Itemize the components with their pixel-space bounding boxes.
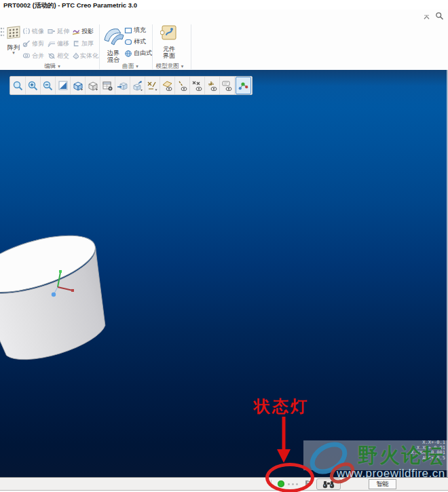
shaded-view-icon: [72, 80, 83, 92]
graphics-area[interactable]: X.X+-0.1 X.XX+-0.01 X.XXX+-0.001 ANG+-0.…: [0, 70, 448, 477]
solidify-icon: [72, 52, 79, 60]
graphics-toolbar: [10, 76, 253, 95]
shaded-view-button[interactable]: [71, 77, 86, 94]
boundary-blend-icon: [102, 24, 125, 48]
datum-display-filters-button[interactable]: [145, 77, 160, 94]
mirror-icon: [22, 27, 31, 35]
dropdown-arrow-icon: ▾: [136, 64, 138, 69]
merge-button[interactable]: 合并: [22, 50, 48, 62]
component-interface-button[interactable]: 元件界面: [159, 24, 179, 59]
merge-icon: [22, 52, 31, 60]
spin-center-button[interactable]: [236, 77, 251, 94]
point-display-button[interactable]: [190, 77, 205, 94]
project-icon: [72, 27, 80, 35]
annotation-display-icon: [221, 80, 233, 92]
offset-icon: [48, 39, 56, 48]
group-separator: [191, 24, 191, 69]
axis-display-icon: [176, 80, 188, 92]
repaint-button[interactable]: [56, 77, 71, 94]
point-display-icon: [191, 80, 203, 92]
trim-button[interactable]: 修剪: [22, 37, 48, 50]
thicken-icon: [72, 39, 80, 48]
spin-center-marker: [48, 269, 79, 300]
zoom-out-icon: [42, 80, 54, 92]
axis-display-button[interactable]: [175, 77, 190, 94]
zoom-out-button[interactable]: [41, 77, 56, 94]
plane-display-button[interactable]: [160, 77, 175, 94]
search-icon[interactable]: [435, 11, 444, 23]
pattern-button[interactable]: 阵列 ▾: [5, 24, 22, 55]
style-button[interactable]: 样式: [124, 37, 152, 46]
pattern-icon: [6, 24, 21, 43]
zoom-region-icon: [12, 80, 24, 92]
dropdown-arrow-icon: ▾: [181, 64, 184, 69]
view-manager-button[interactable]: [100, 77, 115, 94]
datum-display-filters-icon: [147, 80, 158, 92]
red-arrow-icon: [273, 415, 295, 464]
display-style-button[interactable]: [86, 77, 100, 94]
red-ellipse-highlight: [265, 463, 314, 492]
repaint-icon: [58, 80, 69, 91]
thicken-button[interactable]: 加厚: [72, 37, 98, 50]
spin-center-icon: [238, 80, 249, 92]
csys-display-button[interactable]: [205, 77, 220, 94]
trim-icon: [22, 39, 31, 48]
extend-button[interactable]: 延伸: [48, 25, 72, 37]
minimize-ribbon-icon[interactable]: [423, 11, 430, 23]
freestyle-icon: [124, 50, 132, 58]
fill-button[interactable]: 填充: [124, 26, 152, 35]
group-separator: [99, 24, 100, 69]
style-icon: [124, 38, 132, 46]
freestyle-button[interactable]: 自由式: [124, 49, 152, 58]
boundary-blend-button[interactable]: 边界混合: [102, 24, 125, 63]
status-light-annotation-label: 状态灯: [254, 396, 309, 417]
ribbon: 阵列 ▾ 镜像 延伸 投影 修剪 偏移: [0, 10, 448, 71]
clipped-button-fragment: [0, 26, 4, 42]
offset-button[interactable]: 偏移: [48, 37, 72, 50]
extend-icon: [48, 27, 56, 35]
component-interface-icon: [160, 24, 178, 44]
edit-group-items: 镜像 延伸 投影 修剪 偏移 加厚: [22, 25, 98, 62]
saved-orientations-button[interactable]: [130, 77, 145, 94]
watermark-url: www.proewildfire.cn: [337, 467, 445, 480]
intersect-button[interactable]: 相交: [48, 50, 72, 62]
view-manager-icon: [102, 80, 113, 92]
boundary-blend-label: 边界混合: [106, 50, 121, 63]
intersect-icon: [48, 52, 56, 60]
zoom-in-icon: [27, 80, 39, 92]
title-bar: PRT0002 (活动的) - PTC Creo Parametric 3.0: [0, 0, 448, 10]
csys-display-icon: [206, 80, 218, 92]
view-normal-button[interactable]: [115, 77, 130, 94]
zoom-region-button[interactable]: [11, 77, 26, 94]
fill-icon: [124, 26, 132, 35]
saved-orientations-icon: [132, 80, 143, 92]
surface-group-items: 填充 样式 自由式: [124, 26, 152, 58]
watermark-site-name: 野火论坛: [358, 442, 445, 470]
zoom-in-button[interactable]: [26, 77, 41, 94]
view-normal-icon: [117, 80, 128, 92]
project-button[interactable]: 投影: [72, 25, 98, 37]
annotation-display-button[interactable]: [220, 77, 235, 94]
mirror-button[interactable]: 镜像: [22, 25, 48, 37]
component-interface-label: 元件界面: [162, 45, 176, 59]
plane-display-icon: [162, 80, 173, 92]
dropdown-arrow-icon: ▾: [58, 64, 60, 69]
solidify-button[interactable]: 实体化: [72, 50, 98, 62]
smart-filter-select[interactable]: 智能: [369, 479, 396, 489]
display-style-icon: [87, 80, 98, 92]
dropdown-arrow-icon: ▾: [12, 51, 15, 55]
